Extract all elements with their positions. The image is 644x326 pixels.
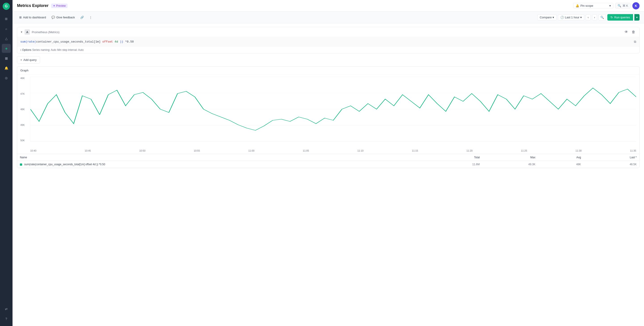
refresh-icon: ↻ (610, 16, 613, 19)
link-icon: 🔗 (80, 16, 84, 19)
row-avg: 48K (538, 161, 584, 168)
add-query-button[interactable]: + Add query (17, 56, 40, 64)
sidebar-bottom: ⇄ ? (2, 304, 11, 323)
graph-container: 50K 49K 48K 47K 46K (17, 75, 639, 154)
sidebar-item-help[interactable]: ? (2, 314, 11, 323)
zoom-button[interactable]: 🔍 (598, 14, 606, 20)
query-options: › Options Series naming: Auto Min step i… (17, 47, 639, 53)
code-offset-val: 4d (114, 40, 120, 43)
chart-svg (30, 77, 636, 141)
avatar[interactable]: K (632, 2, 640, 10)
x-axis-labels: 10:40 10:45 10:50 10:55 11:00 11:05 11:1… (30, 148, 636, 154)
clock-icon: 🕐 (560, 16, 564, 19)
code-mult: *0.50 (125, 40, 134, 43)
time-range-button[interactable]: 🕐 Last 1 hour ▾ (558, 14, 584, 20)
code-metric: container_cpu_usage_seconds_total (36, 40, 94, 43)
sidebar-item-metrics[interactable]: ◈ (2, 44, 11, 53)
query-header: ▼ A Prometheus (Metrics) 👁 🗑 (17, 27, 639, 37)
sidebar-item-explore[interactable]: ◎ (2, 73, 11, 82)
query-visibility-button[interactable]: 👁 (624, 30, 629, 35)
query-block-a: ▼ A Prometheus (Metrics) 👁 🗑 sum(rate(co… (17, 27, 640, 54)
sidebar-item-home[interactable]: ⊞ (2, 14, 11, 23)
query-editor[interactable]: sum(rate(container_cpu_usage_seconds_tot… (17, 37, 639, 47)
col-max: Max (482, 154, 538, 161)
run-queries-button[interactable]: ↻ Run queries (607, 14, 633, 21)
toolbar-right: Compare ▾ 🕐 Last 1 hour ▾ ‹ › 🔍 ↻ Run qu… (537, 14, 640, 21)
sidebar: G ⊞ ⌕ △ ◈ ▦ 🔔 ◎ ⇄ ? (0, 0, 12, 326)
query-delete-button[interactable]: 🗑 (631, 30, 636, 35)
topbar-actions: 🔔 Pin scope ▾ 🔍 ⌘ K K (573, 2, 640, 10)
query-collapse-button[interactable]: ▼ (20, 31, 23, 33)
link-button[interactable]: 🔗 (78, 14, 86, 20)
sidebar-item-dashboard[interactable]: ▦ (2, 54, 11, 63)
options-toggle[interactable]: › Options (20, 48, 31, 52)
col-total: Total (425, 154, 482, 161)
preview-badge: ✦ Preview (51, 4, 68, 8)
col-last: Last * (584, 154, 639, 161)
page-title: Metrics Explorer (17, 3, 48, 8)
graph-section: Graph 50K 49K 48K 47K 46K (17, 66, 640, 168)
more-icon: ⋮ (89, 16, 92, 19)
y-axis-labels: 50K 49K 48K 47K 46K (20, 77, 29, 142)
table-row: sum(rate(container_cpu_usage_seconds_tot… (17, 161, 639, 168)
code-sum: sum( (20, 40, 27, 43)
row-max: 49.3K (482, 161, 538, 168)
code-rate: rate( (27, 40, 36, 43)
copy-code-button[interactable]: ⧉ (634, 40, 636, 44)
time-nav-back-button[interactable]: ‹ (586, 14, 590, 20)
pin-scope-chevron: ▾ (609, 4, 611, 8)
add-to-dashboard-button[interactable]: ⊞ Add to dashboard (17, 14, 48, 20)
feedback-icon: 💬 (52, 16, 55, 19)
preview-icon: ✦ (53, 4, 55, 8)
run-queries-dropdown-button[interactable]: ▾ (634, 14, 640, 21)
col-name: Name (17, 154, 425, 161)
main-content: Metrics Explorer ✦ Preview 🔔 Pin scope ▾… (12, 0, 644, 326)
row-name: sum(rate(container_cpu_usage_seconds_tot… (17, 161, 425, 168)
give-feedback-button[interactable]: 💬 Give feedback (49, 14, 77, 20)
toolbar: ⊞ Add to dashboard 💬 Give feedback 🔗 ⋮ C… (12, 12, 644, 23)
content-area: ▼ A Prometheus (Metrics) 👁 🗑 sum(rate(co… (12, 23, 644, 326)
chart-area (30, 77, 636, 142)
sidebar-item-integrations[interactable]: ⇄ (2, 304, 11, 313)
code-offset: offset (100, 40, 114, 43)
pin-scope-icon: 🔔 (576, 4, 579, 8)
graph-title: Graph (17, 67, 639, 75)
pin-scope-selector[interactable]: 🔔 Pin scope ▾ (573, 3, 613, 9)
query-label: A (24, 29, 30, 35)
query-code: sum(rate(container_cpu_usage_seconds_tot… (20, 40, 632, 43)
code-range: [1m] (94, 40, 100, 43)
sidebar-item-search[interactable]: ⌕ (2, 24, 11, 33)
compare-chevron: ▾ (552, 16, 554, 19)
col-avg: Avg (538, 154, 584, 161)
query-header-actions: 👁 🗑 (624, 30, 636, 35)
graph-canvas: 50K 49K 48K 47K 46K (20, 77, 636, 148)
dashboard-icon: ⊞ (19, 16, 22, 19)
series-color (20, 164, 22, 166)
sidebar-item-bell[interactable]: 🔔 (2, 64, 11, 73)
time-nav-forward-button[interactable]: › (592, 14, 597, 20)
sidebar-item-alerts[interactable]: △ (2, 34, 11, 43)
compare-button[interactable]: Compare ▾ (537, 14, 556, 20)
row-total: 11.6M (425, 161, 482, 168)
time-chevron: ▾ (580, 16, 582, 19)
data-table: Name Total Max Avg Last * sum(rate(conta… (17, 154, 639, 168)
topbar: Metrics Explorer ✦ Preview 🔔 Pin scope ▾… (12, 0, 644, 12)
search-icon: 🔍 (618, 4, 621, 8)
app-logo[interactable]: G (3, 3, 10, 10)
code-close: )) (120, 40, 125, 43)
global-search[interactable]: 🔍 ⌘ K (615, 3, 630, 9)
more-options-button[interactable]: ⋮ (87, 14, 94, 20)
plus-icon: + (20, 58, 22, 62)
query-source: Prometheus (Metrics) (32, 31, 60, 34)
row-last: 48.5K (584, 161, 639, 168)
